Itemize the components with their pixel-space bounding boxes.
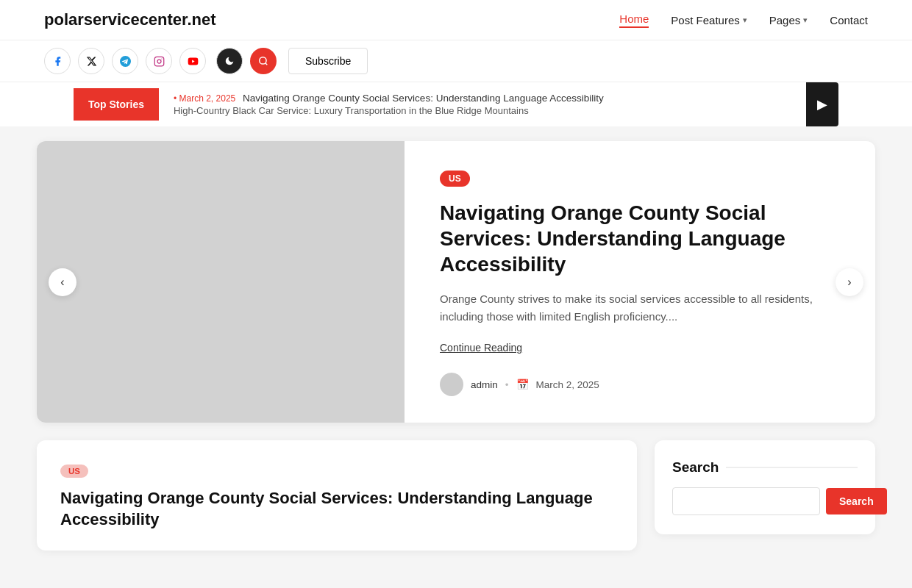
main-container: ‹ › US Navigating Orange County Social S… <box>22 141 890 551</box>
dark-mode-toggle[interactable] <box>216 48 243 74</box>
ticker-lines: • March 2, 2025 Navigating Orange County… <box>174 87 791 122</box>
nav-item-post-features[interactable]: Post Features ▾ <box>671 14 747 26</box>
ticker-next-arrow[interactable]: ▶ <box>806 82 838 126</box>
article-category-badge: US <box>60 465 88 478</box>
header-search-button[interactable] <box>250 48 277 74</box>
author-name: admin <box>471 379 498 390</box>
svg-point-2 <box>161 58 162 59</box>
carousel-content: US Navigating Orange County Social Servi… <box>405 141 875 423</box>
svg-line-5 <box>266 63 268 65</box>
sidebar-search-title: Search <box>672 459 858 476</box>
article-card-title: Navigating Orange County Social Services… <box>60 488 613 530</box>
continue-reading-link[interactable]: Continue Reading <box>440 342 840 354</box>
youtube-icon[interactable] <box>179 48 206 74</box>
nav-item-pages[interactable]: Pages ▾ <box>769 14 808 26</box>
header-top: polarservicecenter.net Home Post Feature… <box>0 0 912 40</box>
hero-meta: admin • 📅 March 2, 2025 <box>440 373 840 396</box>
bottom-section: US Navigating Orange County Social Servi… <box>37 440 875 551</box>
nav-item-contact[interactable]: Contact <box>830 14 868 26</box>
carousel-image <box>37 141 405 423</box>
chevron-down-icon: ▾ <box>803 15 808 25</box>
article-card: US Navigating Orange County Social Servi… <box>37 440 637 551</box>
telegram-icon[interactable] <box>112 48 138 74</box>
author-avatar <box>440 373 463 396</box>
svg-point-4 <box>260 57 266 64</box>
header-bottom: Subscribe <box>0 40 912 82</box>
chevron-down-icon: ▾ <box>743 15 747 25</box>
hero-date: March 2, 2025 <box>536 379 599 390</box>
calendar-icon: 📅 <box>516 379 529 390</box>
top-stories-bar: Top Stories • March 2, 2025 Navigating O… <box>74 82 838 126</box>
site-title: polarservicecenter.net <box>44 10 216 29</box>
twitter-x-icon[interactable] <box>78 48 104 74</box>
hero-title: Navigating Orange County Social Services… <box>440 200 840 277</box>
meta-separator: • <box>505 379 509 390</box>
subscribe-button[interactable]: Subscribe <box>288 48 368 74</box>
svg-point-1 <box>157 60 161 63</box>
search-input[interactable] <box>672 487 820 515</box>
svg-rect-0 <box>154 57 164 66</box>
facebook-icon[interactable] <box>44 48 71 74</box>
ticker-item-1: • March 2, 2025 Navigating Orange County… <box>174 93 791 104</box>
sidebar-search-row: Search <box>672 487 858 515</box>
ticker-item-2: High-Country Black Car Service: Luxury T… <box>174 105 791 116</box>
ticker-date-1: • March 2, 2025 <box>174 93 235 104</box>
top-stories-label: Top Stories <box>74 88 159 121</box>
carousel-prev-button[interactable]: ‹ <box>49 268 76 296</box>
hero-category-badge: US <box>440 171 470 187</box>
hero-excerpt: Orange County strives to make its social… <box>440 290 840 326</box>
carousel-next-button[interactable]: › <box>836 268 863 296</box>
nav-item-home[interactable]: Home <box>619 12 649 28</box>
main-nav: Home Post Features ▾ Pages ▾ Contact <box>619 12 868 28</box>
hero-carousel: ‹ › US Navigating Orange County Social S… <box>37 141 875 423</box>
top-stories-content: • March 2, 2025 Navigating Orange County… <box>159 87 806 122</box>
search-submit-button[interactable]: Search <box>826 488 887 514</box>
instagram-icon[interactable] <box>146 48 172 74</box>
sidebar: Search Search <box>655 440 875 534</box>
